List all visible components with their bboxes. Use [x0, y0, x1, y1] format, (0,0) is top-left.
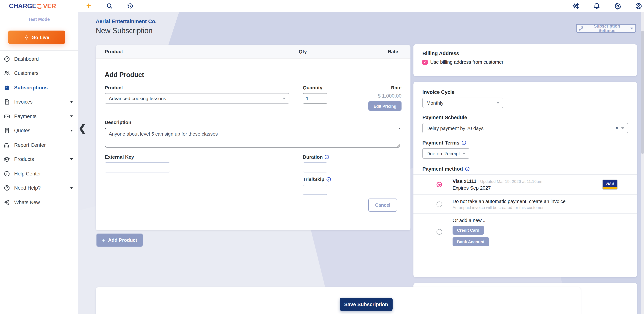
edit-pricing-button[interactable]: Edit Pricing — [368, 101, 402, 111]
sidebar-item-subscriptions[interactable]: Subscriptions — [0, 80, 78, 95]
description-field-label: Description — [105, 120, 402, 125]
product-select-value: Advanced cooking lessons — [109, 96, 166, 101]
invoice-document-icon — [3, 99, 10, 106]
collapse-panel-chevron[interactable]: ❮ — [78, 122, 86, 134]
info-icon[interactable] — [461, 140, 466, 145]
visa-card-logo: VISA — [602, 180, 618, 190]
payment-method-expiry: Expires Sep 2027 — [452, 185, 602, 191]
info-icon[interactable] — [324, 154, 330, 160]
lightning-bolt-icon — [24, 34, 29, 40]
payment-terms-label-text: Payment Terms — [422, 140, 460, 146]
duration-input[interactable] — [303, 162, 328, 172]
sidebar-item-need-help[interactable]: Need Help? — [0, 181, 78, 195]
sidebar-item-whats-new[interactable]: Whats New — [0, 195, 78, 210]
scrollbar-track[interactable] — [641, 12, 644, 314]
sidebar-item-label: Whats New — [14, 200, 40, 205]
save-subscription-button[interactable]: Save Subscription — [340, 298, 392, 311]
sidebar-divider — [0, 50, 78, 51]
logo-refresh-o-icon — [37, 3, 43, 9]
chargeover-logo[interactable]: CHARGE VER — [9, 2, 56, 10]
use-billing-address-label: Use billing address from customer — [430, 59, 504, 65]
sidebar-item-label: Customers — [14, 70, 38, 76]
payment-method-row-visa[interactable]: Visa x1111 Updated Mar 19, 2026 at 11:16… — [422, 175, 628, 194]
logo-text-ver: VER — [43, 2, 56, 10]
save-bar: Save Subscription — [96, 287, 581, 314]
page-title: New Subscription — [96, 26, 156, 35]
sidebar-item-invoices[interactable]: Invoices — [0, 95, 78, 109]
payment-method-radio[interactable] — [436, 229, 442, 235]
main-content: Aerial Entertainment Co. New Subscriptio… — [78, 12, 644, 314]
payment-terms-select[interactable]: Due on Receipt — [422, 148, 469, 159]
sidebar-item-report-center[interactable]: Report Center — [0, 138, 78, 152]
customer-name-link[interactable]: Aerial Entertainment Co. — [96, 18, 156, 24]
trial-skip-input[interactable] — [303, 185, 328, 195]
caret-down-icon — [283, 98, 286, 100]
sidebar-item-customers[interactable]: Customers — [0, 66, 78, 80]
add-credit-card-button[interactable]: Credit Card — [452, 226, 484, 235]
dashboard-gauge-icon — [3, 56, 10, 62]
trial-skip-field-label: Trial/Skip — [303, 176, 348, 182]
scrollbar-thumb[interactable] — [641, 31, 644, 154]
payment-method-title: Do not take an automatic payment, create… — [452, 198, 622, 204]
external-key-input[interactable] — [105, 162, 170, 172]
sidebar-item-payments[interactable]: Payments — [0, 109, 78, 124]
info-icon[interactable] — [465, 166, 470, 171]
payment-method-updated-meta: Updated Mar 19, 2026 at 11:16am — [480, 179, 542, 184]
top-header: CHARGE VER + — [0, 0, 644, 12]
payment-terms-label: Payment Terms — [422, 140, 628, 146]
chevron-down-icon — [70, 130, 73, 132]
account-avatar-icon[interactable] — [634, 2, 642, 10]
line-items-table-header: Product Qty Rate — [96, 45, 410, 58]
duration-label-text: Duration — [303, 154, 323, 160]
subscription-settings-label: Subscription Settings — [586, 24, 628, 33]
sidebar-item-label: Subscriptions — [14, 85, 48, 90]
payment-method-label-text: Payment method — [422, 166, 463, 172]
add-product-button[interactable]: + Add Product — [96, 234, 143, 246]
column-header-qty: Qty — [299, 49, 307, 54]
info-circle-icon — [3, 170, 10, 177]
add-new-method-title: Or add a new... — [452, 218, 622, 223]
payment-schedule-select[interactable]: Delay payment by 20 days × — [422, 123, 628, 133]
quote-document-icon — [3, 128, 10, 134]
trial-skip-label-text: Trial/Skip — [303, 176, 324, 182]
go-live-button[interactable]: Go Live — [8, 30, 65, 44]
clear-selection-icon[interactable]: × — [616, 126, 618, 130]
sidebar-item-label: Help Center — [14, 171, 41, 176]
payment-method-radio[interactable] — [436, 201, 442, 207]
invoice-cycle-select[interactable]: Monthly — [422, 98, 503, 108]
add-bank-account-button[interactable]: Bank Account — [452, 237, 489, 246]
bell-icon[interactable] — [592, 2, 601, 10]
invoice-cycle-label: Invoice Cycle — [422, 90, 628, 95]
quantity-input[interactable] — [303, 93, 328, 104]
product-select[interactable]: Advanced cooking lessons — [105, 93, 290, 104]
sidebar-item-products[interactable]: Products — [0, 152, 78, 166]
whats-new-sparkle-icon — [3, 199, 10, 206]
page-header: Aerial Entertainment Co. New Subscriptio… — [96, 18, 156, 35]
add-product-heading: Add Product — [105, 71, 402, 79]
billing-address-title: Billing Address — [422, 51, 628, 56]
add-product-form: Add Product Product Advanced cooking les… — [96, 58, 410, 195]
sparkles-ai-icon[interactable] — [571, 2, 580, 10]
product-line-items-card: Product Qty Rate Add Product Product Adv… — [96, 45, 410, 230]
info-icon[interactable] — [326, 177, 331, 182]
history-icon[interactable] — [126, 2, 134, 10]
use-billing-address-checkbox[interactable]: ✓ — [422, 60, 428, 65]
cancel-button[interactable]: Cancel — [368, 198, 397, 212]
sidebar-item-dashboard[interactable]: Dashboard — [0, 52, 78, 66]
caret-down-icon — [462, 153, 466, 154]
report-chart-icon — [3, 142, 10, 148]
search-icon[interactable] — [106, 2, 114, 10]
sidebar-item-quotes[interactable]: Quotes — [0, 124, 78, 138]
payment-method-row-add-new[interactable]: Or add a new... Credit Card Bank Account — [422, 214, 628, 250]
sidebar-item-help-center[interactable]: Help Center — [0, 166, 78, 181]
plus-icon[interactable]: + — [84, 2, 93, 10]
payment-schedule-value: Delay payment by 20 days — [426, 125, 484, 131]
payment-schedule-label: Payment Schedule — [422, 115, 628, 120]
chevron-down-icon — [70, 116, 73, 117]
payment-method-radio-selected[interactable] — [436, 182, 442, 187]
payment-method-row-invoice[interactable]: Do not take an automatic payment, create… — [422, 195, 628, 214]
description-textarea[interactable]: Anyone about level 5 can sign up for the… — [105, 128, 400, 148]
subscription-settings-button[interactable]: Subscription Settings — [576, 24, 636, 33]
products-box-icon — [3, 156, 10, 163]
gear-icon[interactable] — [614, 2, 622, 10]
